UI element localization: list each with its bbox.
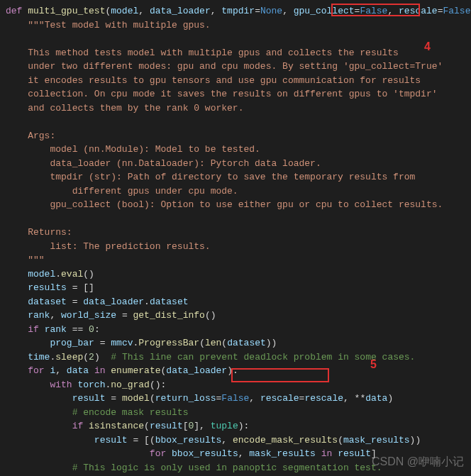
function-name: multi_gpu_test (28, 6, 105, 16)
annotation-label-4: 4 (424, 38, 431, 55)
watermark-text: CSDN @咿喃小记 (372, 453, 464, 470)
keyword-def: def (6, 6, 22, 16)
annotation-label-5: 5 (370, 356, 377, 373)
code-block: def multi_gpu_test(model, data_loader, t… (0, 0, 471, 476)
